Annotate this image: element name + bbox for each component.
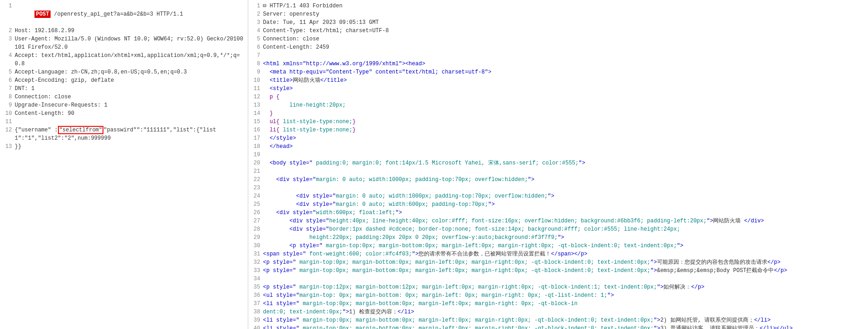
right-panel[interactable]: 1 ⊟ HTTP/1.1 403 Forbidden 2 Server: ope… [248,0,868,329]
html-line-30: 30 <p style=" margin-top:0px; margin-bot… [251,242,865,250]
html-line-37: 37 <li style=" margin-top:0px; margin-bo… [251,300,865,308]
resp-content-type: 4 Content-Type: text/html; charset=UTF-8 [251,27,865,35]
html-line-11: 11 <style> [251,85,865,93]
html-line-17: 17 </style> [251,134,865,142]
html-line-35: 35 <p style=" margin-top:12px; margin-bo… [251,283,865,291]
html-line-34: 34 [251,275,865,283]
header-accept: 4 Accept: text/html,application/xhtml+xm… [3,51,245,68]
html-line-20: 20 <body style=" padding:0; margin:0; fo… [251,159,865,167]
highlighted-sqli: "selectlfrom" [58,126,104,134]
header-useragent: 3 User-Agent: Mozilla/5.0 (Windows NT 10… [3,35,245,51]
left-panel[interactable]: 1 POST /openresty_api_get?a=a&b=2&b=3 HT… [0,0,248,329]
body-line-1: 12 {"username" :"selectlfrom""passwird""… [3,126,245,142]
body-line-2: 13 }} [3,142,245,151]
html-line-32: 32 <p style=" margin-top:0px; margin-bot… [251,258,865,267]
html-line-36: 36 <ul style="margin-top: 0px; margin-bo… [251,291,865,300]
html-line-10: 10 <title>网站防火墙</title> [251,76,865,85]
header-dnt: 7 DNT: 1 [3,85,245,93]
html-line-25: 25 <div style="margin: 0 auto; width:600… [251,200,865,209]
html-line-26: 26 <div style="width:600px; float:left;"… [251,209,865,217]
html-line-8: 8 <html xmlns="http://www.w3.org/1999/xh… [251,60,865,68]
header-accept-language: 5 Accept-Language: zh-CN,zh;q=0.8,en-US;… [3,68,245,76]
resp-server: 2 Server: openresty [251,10,865,18]
html-line-14: 14 } [251,109,865,118]
response-status: 1 ⊟ HTTP/1.1 403 Forbidden [251,2,865,10]
html-line-28: 28 <div style="border:1px dashed #cdcece… [251,225,865,233]
html-line-12: 12 p { [251,93,865,101]
header-upgrade: 9 Upgrade-Insecure-Requests: 1 [3,101,245,109]
html-line-39: 39 <li style=" margin-top:0px; margin-bo… [251,316,865,324]
html-line-27: 27 <div style="height:40px; line-height:… [251,217,865,225]
request-line: 1 POST /openresty_api_get?a=a&b=2&b=3 HT… [3,2,245,27]
resp-content-length: 6 Content-Length: 2459 [251,43,865,51]
html-line-9: 9 <meta http-equiv="Content-Type" conten… [251,68,865,76]
http-method: POST [34,11,51,18]
html-line-23: 23 [251,184,865,192]
html-line-40: 40 <li style=" margin-top:0px; margin-bo… [251,324,865,329]
header-accept-encoding: 6 Accept-Encoding: gzip, deflate [3,76,245,85]
html-line-13: 13 line-height:20px; [251,101,865,109]
header-host: 2 Host: 192.168.2.99 [3,27,245,35]
html-line-15: 15 ul{ list-style-type:none;} [251,118,865,126]
html-line-18: 18 </head> [251,142,865,151]
html-line-22: 22 <div style="margin: 0 auto; width:100… [251,176,865,184]
html-line-19: 19 [251,151,865,159]
resp-date: 3 Date: Tue, 11 Apr 2023 09:05:13 GMT [251,18,865,27]
html-line-21: 21 [251,167,865,176]
header-content-length: 10 Content-Length: 90 [3,109,245,118]
html-line-29: 29 height:220px; padding:20px 20px 0 20p… [251,233,865,242]
html-line-38: 38 dent:0; text-indent:0px;">1) 检查提交内容；<… [251,308,865,316]
blank-line: 11 [3,118,245,126]
html-line-16: 16 li{ list-style-type:none;} [251,126,865,134]
resp-blank: 7 [251,51,865,60]
resp-connection: 5 Connection: close [251,35,865,43]
html-line-33: 33 <p style=" margin-top:0px; margin-bot… [251,267,865,275]
html-line-31: 31 <span style=" font-weight:600; color:… [251,250,865,258]
header-connection: 8 Connection: close [3,93,245,101]
html-line-24: 24 <div style="margin: 0 auto; width:100… [251,192,865,200]
